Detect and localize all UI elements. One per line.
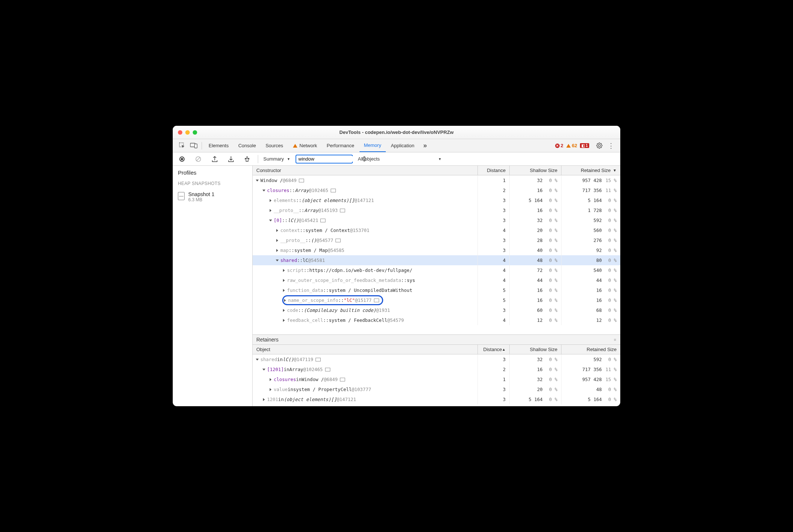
zoom-icon[interactable] xyxy=(193,130,197,135)
chevron-right-icon[interactable] xyxy=(263,398,265,401)
col-retained[interactable]: Retained Size▼ xyxy=(561,166,620,175)
element-link-icon[interactable] xyxy=(299,179,304,182)
heap-row[interactable]: shared in lC() @1471193320 %5920 % xyxy=(253,354,620,364)
more-tabs-icon[interactable]: » xyxy=(419,142,431,149)
chevron-right-icon[interactable] xyxy=(283,309,285,312)
sort-asc-icon: ▲ xyxy=(502,347,506,351)
heap-row[interactable]: shared :: lC @545814480 %800 % xyxy=(253,255,620,265)
heap-row[interactable]: context :: system / Context @1537014200 … xyxy=(253,225,620,235)
heap-row[interactable]: __proto__ :: () @545773280 %2760 % xyxy=(253,235,620,245)
chevron-right-icon[interactable] xyxy=(283,289,285,292)
chevron-down-icon[interactable] xyxy=(276,259,279,261)
heap-row[interactable]: [0] :: lC() @1454213320 %5920 % xyxy=(253,215,620,225)
element-link-icon[interactable] xyxy=(340,209,345,212)
heap-row[interactable]: value in system / PropertyCell @10377732… xyxy=(253,384,620,394)
chevron-right-icon[interactable] xyxy=(276,249,278,252)
chevron-down-icon[interactable] xyxy=(263,189,266,191)
heap-row[interactable]: [1201] in Array @1024652160 %717 35611 % xyxy=(253,364,620,374)
col-retained[interactable]: Retained Size xyxy=(561,345,620,354)
constructors-grid[interactable]: Window / @68491320 %957 42815 %closures … xyxy=(253,175,620,334)
highlighted-row: name_or_scope_info :: "lC" @15177 xyxy=(282,295,383,305)
device-icon[interactable] xyxy=(188,143,199,148)
col-shallow[interactable]: Shallow Size xyxy=(509,345,561,354)
divider xyxy=(202,142,202,149)
heap-row[interactable]: code :: (CompileLazy builtin code) @1931… xyxy=(253,305,620,315)
element-link-icon[interactable] xyxy=(335,239,341,242)
chevron-right-icon[interactable] xyxy=(283,279,285,282)
element-link-icon[interactable] xyxy=(374,299,379,302)
heap-row[interactable]: map :: system / Map @545853400 %920 % xyxy=(253,245,620,255)
retainers-grid[interactable]: shared in lC() @1471193320 %5920 %[1201]… xyxy=(253,354,620,406)
heap-row[interactable]: closures :: Array @1024652160 %717 35611… xyxy=(253,185,620,195)
chevron-right-icon[interactable] xyxy=(270,199,271,202)
snapshot-icon xyxy=(178,192,185,200)
record-icon[interactable] xyxy=(176,156,188,162)
clear-icon[interactable] xyxy=(193,156,204,162)
chevron-down-icon[interactable] xyxy=(256,179,259,181)
heap-row[interactable]: script :: https://cdpn.io/web-dot-dev/fu… xyxy=(253,265,620,275)
retainers-section[interactable]: Retainers≡ xyxy=(253,334,620,345)
snapshot-item[interactable]: Snapshot 1 6.3 MB xyxy=(178,191,247,202)
profiles-title: Profiles xyxy=(178,169,247,176)
chevron-right-icon[interactable] xyxy=(276,239,278,242)
snapshot-size: 6.3 MB xyxy=(188,197,215,202)
col-object[interactable]: Object xyxy=(253,347,478,352)
close-icon[interactable] xyxy=(178,130,182,135)
drag-handle-icon[interactable]: ≡ xyxy=(614,337,617,342)
chevron-right-icon[interactable] xyxy=(270,209,271,212)
error-count[interactable]: ✕2 xyxy=(555,143,563,148)
tab-application[interactable]: Application xyxy=(387,139,419,152)
heap-row[interactable]: function_data :: system / UncompiledData… xyxy=(253,285,620,295)
tab-elements[interactable]: Elements xyxy=(204,139,233,152)
element-link-icon[interactable] xyxy=(340,378,345,381)
settings-icon[interactable] xyxy=(594,142,605,149)
error-icon: ✕ xyxy=(555,144,560,148)
tab-memory[interactable]: Memory xyxy=(360,139,386,152)
filter-input[interactable] xyxy=(298,156,361,162)
chevron-down-icon[interactable] xyxy=(256,358,259,360)
col-distance[interactable]: Distance xyxy=(478,166,509,175)
heap-row[interactable]: closures in Window / @68491320 %957 4281… xyxy=(253,374,620,384)
chevron-right-icon[interactable] xyxy=(270,378,271,381)
chevron-right-icon[interactable] xyxy=(284,299,286,302)
chevron-right-icon[interactable] xyxy=(270,388,271,391)
heap-snapshots-group: HEAP SNAPSHOTS xyxy=(178,181,247,186)
chevron-right-icon[interactable] xyxy=(283,319,285,322)
tab-network[interactable]: Network xyxy=(288,139,322,152)
element-link-icon[interactable] xyxy=(315,358,321,361)
export-icon[interactable] xyxy=(209,156,220,162)
heap-row[interactable]: 1201 in (object elements)[] @14712135 16… xyxy=(253,394,620,404)
element-link-icon[interactable] xyxy=(331,189,336,192)
heap-row[interactable]: elements :: (object elements)[] @1471213… xyxy=(253,195,620,205)
tab-console[interactable]: Console xyxy=(234,139,260,152)
minimize-icon[interactable] xyxy=(185,130,190,135)
inspect-icon[interactable] xyxy=(176,142,188,149)
gc-icon[interactable] xyxy=(242,156,253,162)
heap-row[interactable]: raw_outer_scope_info_or_feedback_metadat… xyxy=(253,275,620,285)
col-shallow[interactable]: Shallow Size xyxy=(509,166,561,175)
heap-grid: Constructor Distance Shallow Size Retain… xyxy=(253,166,620,406)
heap-row[interactable]: Window / @68491320 %957 42815 % xyxy=(253,175,620,185)
warning-count[interactable]: 62 xyxy=(566,143,577,148)
chevron-down-icon[interactable] xyxy=(269,219,272,221)
issues-count[interactable]: ◧1 xyxy=(580,143,589,148)
col-distance[interactable]: Distance▲ xyxy=(478,345,509,354)
element-link-icon[interactable] xyxy=(320,219,325,222)
chevron-right-icon[interactable] xyxy=(276,229,278,232)
chevron-right-icon[interactable] xyxy=(283,269,285,272)
heap-row[interactable]: feedback_cell :: system / FeedbackCell @… xyxy=(253,315,620,325)
objects-select[interactable]: All objects▼ xyxy=(358,156,442,162)
col-constructor[interactable]: Constructor xyxy=(253,168,478,173)
import-icon[interactable] xyxy=(225,156,236,162)
issue-icon: ◧ xyxy=(581,144,585,148)
tab-sources[interactable]: Sources xyxy=(261,139,288,152)
heap-row[interactable]: name_or_scope_info :: "lC" @151775160 %1… xyxy=(253,295,620,305)
class-filter[interactable]: ✕ xyxy=(296,155,353,164)
tab-performance[interactable]: Performance xyxy=(322,139,358,152)
view-select[interactable]: Summary▼ xyxy=(263,156,290,162)
devtools-window: DevTools - codepen.io/web-dot-dev/live/o… xyxy=(173,126,620,406)
heap-row[interactable]: __proto__ :: Array @1451933160 %1 7280 % xyxy=(253,205,620,215)
chevron-down-icon[interactable] xyxy=(263,368,266,370)
constructors-header: Constructor Distance Shallow Size Retain… xyxy=(253,166,620,175)
element-link-icon[interactable] xyxy=(325,368,330,371)
